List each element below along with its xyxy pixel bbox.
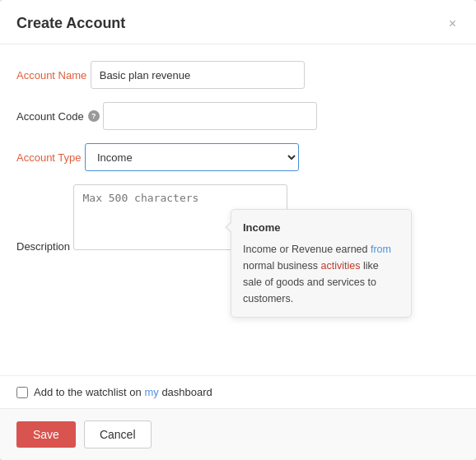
account-code-group: Account Code ? [16, 102, 460, 130]
dialog-body: Account Name Account Code ? Account Type… [0, 44, 476, 375]
account-name-input[interactable] [91, 61, 305, 89]
dialog-title: Create Account [16, 15, 125, 32]
account-type-select[interactable]: Income Expense Asset Liability Equity [85, 143, 299, 171]
account-code-label: Account Code ? [16, 110, 100, 123]
income-tooltip: Income Income or Revenue earned from nor… [231, 209, 412, 318]
watchlist-my-link[interactable]: my [144, 386, 158, 398]
account-type-group: Account Type Income Expense Asset Liabil… [16, 143, 460, 171]
watchlist-checkbox[interactable] [16, 387, 28, 398]
create-account-dialog: Create Account × Account Name Account Co… [0, 0, 476, 460]
account-name-label: Account Name [16, 69, 86, 81]
save-button[interactable]: Save [16, 421, 76, 448]
description-label: Description [16, 240, 70, 253]
watchlist-label: Add to the watchlist on my dashboard [34, 386, 212, 398]
help-icon[interactable]: ? [88, 110, 100, 122]
cancel-button[interactable]: Cancel [84, 421, 152, 448]
close-button[interactable]: × [446, 16, 460, 32]
dialog-footer: Save Cancel [0, 408, 476, 460]
tooltip-title: Income [243, 220, 399, 236]
account-name-group: Account Name [16, 61, 460, 89]
dialog-header: Create Account × [0, 0, 476, 44]
tooltip-text: Income or Revenue earned from normal bus… [243, 241, 399, 307]
account-code-input[interactable] [103, 102, 317, 130]
watchlist-row: Add to the watchlist on my dashboard [0, 375, 476, 408]
account-type-label: Account Type [16, 151, 82, 164]
